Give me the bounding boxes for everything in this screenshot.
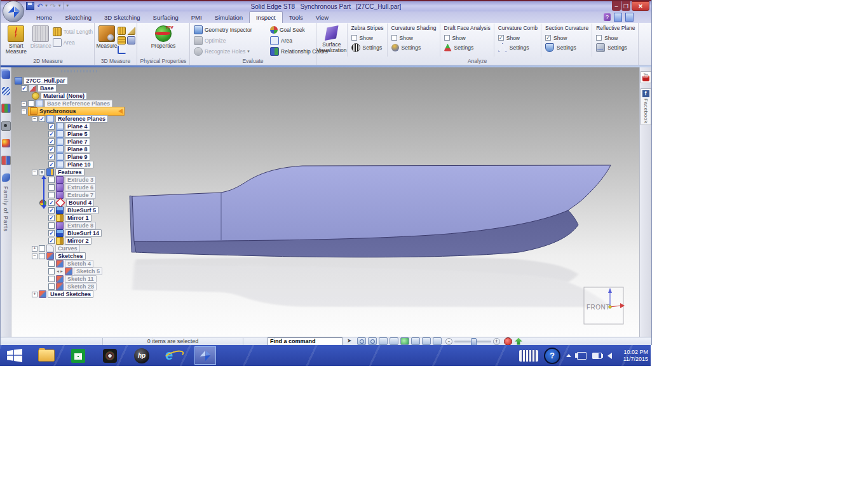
section-curvature-show-checkbox[interactable]: ✓Show xyxy=(545,33,588,43)
tree-checkbox-off[interactable] xyxy=(48,222,55,229)
tab-surfacing[interactable]: Surfacing xyxy=(147,11,185,23)
tree-checkbox-on[interactable]: ✓ xyxy=(48,154,55,160)
curvature-shading-settings-button[interactable]: Settings xyxy=(391,43,437,52)
tree-item-used-sketches[interactable]: +Used Sketches xyxy=(32,290,93,298)
zebra-stripes-show-checkbox[interactable]: Show xyxy=(351,33,384,43)
curvature-comb-settings-button[interactable]: Settings xyxy=(498,43,538,52)
expand-icon[interactable]: + xyxy=(32,246,37,252)
tree-item-bluesurf-5[interactable]: ✓BlueSurf 5 xyxy=(48,207,98,214)
network-icon[interactable] xyxy=(577,352,587,360)
tree-checkbox-on[interactable]: ✓ xyxy=(39,116,45,122)
family-of-parts-tab-icon[interactable] xyxy=(2,173,10,182)
taskbar-store-button[interactable] xyxy=(67,346,89,365)
collapse-icon[interactable]: − xyxy=(32,254,37,259)
tab-home[interactable]: Home xyxy=(30,11,58,23)
tree-checkbox-off[interactable] xyxy=(48,268,55,274)
tree-item-plane-4[interactable]: ✓Plane 4 xyxy=(48,123,90,130)
tree-item-curves[interactable]: +Curves xyxy=(32,245,80,252)
help-icon[interactable]: ? xyxy=(604,13,611,21)
measure-tool-icon-2[interactable] xyxy=(127,27,135,35)
tab-inspect[interactable]: Inspect xyxy=(249,11,283,23)
recognize-holes-button[interactable]: Recognize Holes▾ xyxy=(194,46,270,56)
tree-item-bound-4[interactable]: ✓Bound 4 xyxy=(48,199,94,207)
expand-icon[interactable]: + xyxy=(32,292,37,297)
curvature-shading-show-checkbox[interactable]: Show xyxy=(391,33,437,43)
fit-icon[interactable] xyxy=(379,337,388,345)
smart-measure-button[interactable]: Smart Measure xyxy=(3,24,29,55)
tree-checkbox-off[interactable] xyxy=(39,253,45,259)
measure-tool-icon-3[interactable] xyxy=(118,36,126,44)
zoom-in-button[interactable]: + xyxy=(493,338,500,345)
tree-item-plane-7[interactable]: ✓Plane 7 xyxy=(48,138,90,146)
collapse-icon[interactable]: − xyxy=(32,170,37,175)
tree-item-sketch-11[interactable]: Sketch 11 xyxy=(48,275,97,283)
tree-checkbox-on[interactable]: ✓ xyxy=(48,139,55,145)
volume-icon[interactable] xyxy=(607,353,612,359)
tree-checkbox-on[interactable]: ✓ xyxy=(48,207,55,214)
tab-simulation[interactable]: Simulation xyxy=(208,11,249,23)
battery-icon[interactable] xyxy=(592,353,602,359)
tree-checkbox-off[interactable] xyxy=(48,283,55,290)
section-curvature-settings-button[interactable]: Settings xyxy=(545,43,588,52)
collapse-icon[interactable]: − xyxy=(32,116,37,122)
tree-item-extrude-7[interactable]: Extrude 7 xyxy=(48,191,96,199)
tree-checkbox-off[interactable] xyxy=(48,192,55,198)
view-styles-icon[interactable] xyxy=(422,337,431,345)
layers-tab-icon[interactable] xyxy=(2,87,10,95)
taskbar-hp-button[interactable]: hp xyxy=(131,346,153,365)
tree-checkbox-on[interactable]: ✓ xyxy=(48,161,55,168)
zebra-stripes-settings-button[interactable]: Settings xyxy=(351,43,384,52)
tree-item-sketch-5[interactable]: ◄►Sketch 5 xyxy=(48,268,102,275)
measure-tool-icon-1[interactable] xyxy=(118,27,126,35)
tree-checkbox-on[interactable]: ✓ xyxy=(48,200,55,206)
tree-item-27cc-hull-par[interactable]: 27CC_Hull.par xyxy=(15,77,68,85)
save-icon[interactable] xyxy=(26,2,34,10)
tree-checkbox-off[interactable] xyxy=(48,261,55,267)
tree-item-extrude-6[interactable]: Extrude 6 xyxy=(48,184,96,191)
tree-item-extrude-3[interactable]: Extrude 3 xyxy=(48,176,96,184)
zoom-out-button[interactable]: - xyxy=(445,338,452,345)
fit-view-button[interactable] xyxy=(515,338,522,345)
zoom-icon[interactable] xyxy=(368,337,377,345)
taskbar-youcam-button[interactable] xyxy=(99,346,121,365)
common-views-icon[interactable] xyxy=(411,337,420,345)
goal-seek-button[interactable]: Goal Seek xyxy=(270,25,320,34)
tree-checkbox-on[interactable]: ✓ xyxy=(48,123,55,130)
touch-keyboard-icon[interactable] xyxy=(519,350,538,362)
rotate-icon[interactable] xyxy=(400,337,409,345)
tree-checkbox-off[interactable] xyxy=(48,276,55,282)
measure-tool-icon-4[interactable] xyxy=(127,36,135,44)
record-button[interactable] xyxy=(504,337,512,346)
tree-checkbox-on[interactable]: ✓ xyxy=(48,215,55,221)
tab-sketching[interactable]: Sketching xyxy=(58,11,98,23)
show-hidden-icons-icon[interactable] xyxy=(566,354,571,357)
full-screen-icon[interactable] xyxy=(614,13,622,22)
undo-dropdown-icon[interactable]: ▾ xyxy=(45,3,48,8)
optimize-button[interactable]: Optimize xyxy=(194,36,270,45)
tab-3d-sketching[interactable]: 3D Sketching xyxy=(98,11,147,23)
tree-item-sketches[interactable]: −Sketches xyxy=(32,252,86,260)
minimize-ribbon-icon[interactable] xyxy=(625,13,634,22)
tree-checkbox-on[interactable]: ✓ xyxy=(48,131,55,137)
tree-checkbox-off[interactable] xyxy=(48,177,55,183)
tree-checkbox-on[interactable]: ✓ xyxy=(48,230,55,236)
clock[interactable]: 10:02 PM 11/7/2015 xyxy=(619,349,648,363)
close-button[interactable]: ✕ xyxy=(632,1,649,11)
measure-tool-icon-5[interactable] xyxy=(118,46,126,54)
measure-button[interactable]: Measure xyxy=(96,24,118,54)
redo-icon[interactable]: ↷ xyxy=(50,2,56,10)
taskbar-file-explorer-button[interactable] xyxy=(36,346,57,365)
collapse-icon[interactable]: − xyxy=(21,109,27,114)
select-arrow-icon[interactable] xyxy=(346,337,355,345)
tree-item-sketch-28[interactable]: Sketch 28 xyxy=(48,283,97,290)
find-command-input[interactable] xyxy=(268,337,342,346)
qat-customize-icon[interactable]: ▾ xyxy=(66,3,69,8)
restore-button[interactable]: ❐ xyxy=(621,1,630,11)
tree-item-plane-9[interactable]: ✓Plane 9 xyxy=(48,153,90,161)
family-of-parts-label[interactable]: Family of Parts xyxy=(3,186,9,232)
draft-face-analysis-show-checkbox[interactable]: Show xyxy=(444,33,491,43)
taskbar-start-button[interactable] xyxy=(4,346,25,365)
application-button[interactable] xyxy=(3,1,24,22)
undo-icon[interactable]: ↶ xyxy=(37,2,43,10)
pathfinder-tab-icon[interactable] xyxy=(2,71,10,79)
